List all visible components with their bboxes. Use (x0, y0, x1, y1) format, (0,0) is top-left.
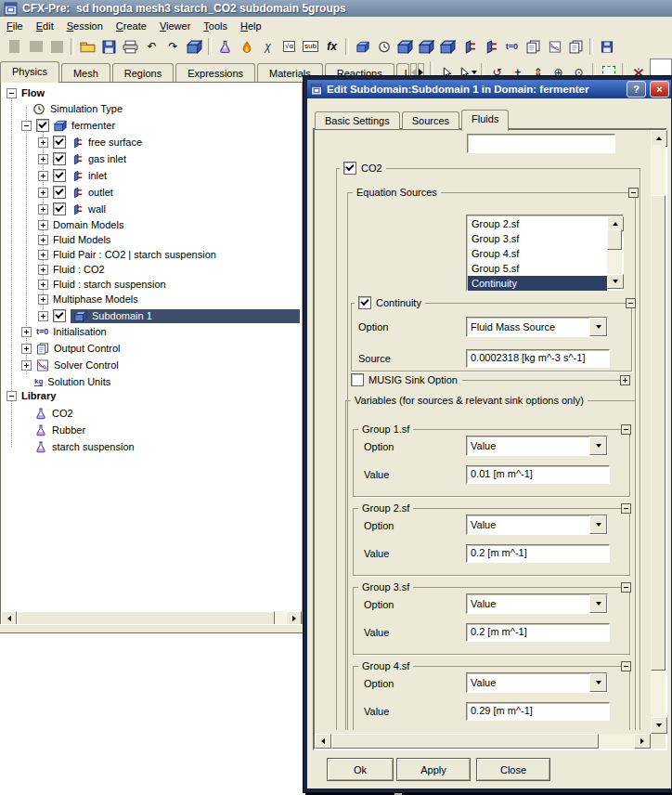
menu-create[interactable]: Create (110, 18, 153, 34)
tree-item-wall[interactable]: wall (1, 202, 300, 216)
execution-control-button[interactable] (565, 37, 587, 57)
expand-icon[interactable] (38, 171, 48, 181)
dialog-tab-sources[interactable]: Sources (402, 111, 459, 129)
dialog-close-button[interactable]: × (650, 81, 669, 98)
expand-icon[interactable] (38, 204, 48, 215)
tree-item-fluid-starch[interactable]: Fluid : starch suspension (1, 277, 300, 292)
additional-variable-button[interactable]: √α (278, 37, 300, 57)
tree-item-flow[interactable]: Flow (1, 85, 300, 100)
dialog-help-button[interactable]: ? (627, 81, 646, 98)
analysis-type-button[interactable] (352, 37, 373, 57)
checkbox[interactable] (36, 119, 49, 132)
collapse-group3-icon[interactable] (621, 582, 631, 593)
continuity-checkbox[interactable] (358, 296, 371, 309)
menu-session[interactable]: Session (60, 18, 110, 34)
checkbox[interactable] (53, 202, 66, 215)
combo-dropdown-button[interactable] (589, 318, 607, 336)
expand-icon[interactable] (38, 137, 48, 148)
collapse-icon[interactable] (6, 391, 17, 401)
scrollbar-track[interactable] (607, 229, 622, 276)
menu-tools[interactable]: Tools (197, 18, 234, 34)
group1-option-combo[interactable]: Value (466, 436, 608, 456)
import-mesh-button[interactable] (184, 37, 205, 57)
collapse-group2-icon[interactable] (621, 503, 631, 514)
tree-item-library-rubber[interactable]: Rubber (1, 423, 300, 437)
import-case-button[interactable] (77, 37, 98, 57)
tree-item-gas-inlet[interactable]: gas inlet (1, 151, 300, 166)
scroll-left-button[interactable] (1, 611, 17, 625)
dialog-titlebar[interactable]: Edit Subdomain:Subdomain 1 in Domain: fe… (307, 80, 671, 98)
ok-button[interactable]: Ok (327, 758, 394, 781)
scroll-down-button[interactable] (651, 717, 667, 734)
collapse-equation-sources-icon[interactable] (628, 188, 639, 198)
equation-sources-list[interactable]: Group 2.sf Group 3.sf Group 4.sf Group 5… (466, 215, 624, 291)
expand-icon[interactable] (38, 311, 48, 321)
material-button[interactable] (214, 37, 236, 57)
boundary-button[interactable] (459, 37, 480, 57)
continuity-option-combo[interactable]: Fluid Mass Source (466, 317, 608, 337)
collapse-group1-icon[interactable] (621, 424, 631, 435)
collapse-icon[interactable] (6, 88, 17, 98)
tab-physics[interactable]: Physics (0, 61, 59, 83)
checkbox[interactable] (53, 186, 66, 199)
tree-item-library[interactable]: Library (1, 388, 300, 403)
menu-edit[interactable]: Edit (30, 18, 60, 34)
expand-musig-icon[interactable] (620, 375, 630, 385)
scroll-right-button[interactable] (286, 611, 302, 625)
define-run-button[interactable] (596, 37, 617, 57)
dialog-tab-fluids[interactable]: Fluids (461, 110, 509, 131)
expand-icon[interactable] (21, 327, 32, 337)
tree-item-fluid-models[interactable]: Fluid Models (1, 232, 300, 247)
tab-regions[interactable]: Regions (112, 63, 174, 82)
group1-value-field[interactable]: 0.01 [m m^-1] (466, 465, 610, 484)
expand-icon[interactable] (21, 360, 32, 371)
expand-icon[interactable] (38, 235, 48, 245)
expand-icon[interactable] (38, 188, 48, 198)
dialog-tab-basic-settings[interactable]: Basic Settings (315, 111, 400, 129)
list-item[interactable]: Group 2.sf (468, 216, 607, 231)
tree-item-free-surface[interactable]: free surface (1, 135, 300, 150)
reaction-button[interactable] (236, 37, 257, 57)
scrollbar-thumb[interactable] (651, 195, 666, 671)
menu-help[interactable]: Help (234, 18, 268, 34)
tab-mesh[interactable]: Mesh (61, 63, 110, 82)
solver-control-button[interactable] (544, 37, 565, 57)
tree-item-domain-models[interactable]: Domain Models (1, 217, 300, 232)
scroll-down-button[interactable] (607, 274, 624, 289)
scrollbar-track[interactable] (17, 611, 286, 625)
group4-option-combo[interactable]: Value (466, 672, 608, 693)
scrollbar-thumb[interactable] (607, 229, 622, 250)
tree-item-subdomain-1-selected[interactable]: Subdomain 1 (1, 307, 300, 324)
tree-item-initialisation[interactable]: t=0 Initialisation (1, 324, 300, 339)
tree-item-fluid-co2[interactable]: Fluid : CO2 (1, 262, 300, 277)
collapse-continuity-icon[interactable] (626, 298, 636, 308)
list-item[interactable]: Group 4.sf (468, 246, 607, 261)
dialog-horizontal-scrollbar[interactable] (315, 734, 651, 749)
group4-value-field[interactable]: 0.29 [m m^-1] (466, 702, 610, 721)
tree-item-fermenter[interactable]: fermenter (1, 118, 300, 133)
group3-option-combo[interactable]: Value (466, 593, 608, 614)
tree-item-fluid-pair[interactable]: Fluid Pair : CO2 | starch suspension (1, 247, 300, 262)
dialog-vertical-scrollbar[interactable] (651, 130, 666, 734)
expand-icon[interactable] (21, 344, 32, 354)
save-case-button[interactable] (98, 37, 120, 57)
list-item[interactable]: Group 3.sf (468, 231, 607, 246)
list-item-selected[interactable]: Continuity (468, 276, 607, 291)
group2-option-combo[interactable]: Value (466, 515, 608, 535)
tree-item-solution-units[interactable]: kg Solution Units (1, 374, 300, 389)
scroll-right-button[interactable] (634, 734, 651, 749)
expand-icon[interactable] (38, 294, 48, 305)
scroll-left-button[interactable] (315, 734, 331, 749)
tree-item-output-control[interactable]: Output Control (1, 341, 300, 356)
expression-button[interactable]: χ (257, 37, 278, 57)
checkbox[interactable] (53, 309, 66, 322)
collapse-group4-icon[interactable] (621, 661, 631, 671)
top-value-field[interactable] (467, 134, 615, 153)
source-point-button[interactable] (437, 37, 459, 57)
domain-button[interactable] (394, 37, 416, 57)
tree-item-solver-control[interactable]: Solver Control (1, 358, 300, 372)
tree-item-outlet[interactable]: outlet (1, 185, 300, 200)
list-scrollbar[interactable] (607, 216, 622, 289)
musig-checkbox[interactable] (351, 373, 364, 386)
group2-value-field[interactable]: 0.2 [m m^-1] (466, 544, 610, 563)
